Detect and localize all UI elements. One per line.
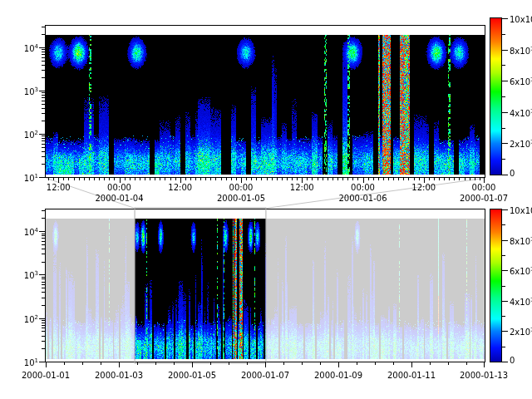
x-tick-time-label: 00:00 [229, 183, 254, 193]
colorbar-tick-label: 4x107 [510, 106, 532, 119]
x-minor-tick [449, 177, 450, 180]
x-tick-time-label: 12:00 [411, 183, 436, 193]
y-tick-label-text: 10 [24, 315, 35, 324]
x-minor-tick [302, 362, 303, 365]
x-tick-time-label: 00:00 [107, 183, 131, 193]
x-minor-tick [109, 177, 110, 180]
x-minor-tick [215, 177, 216, 180]
x-major-tick [484, 362, 485, 367]
x-minor-tick [480, 177, 480, 180]
x-minor-tick [393, 362, 394, 365]
x-minor-tick [398, 177, 399, 180]
x-tick-time-label: 00:00 [472, 183, 496, 193]
colorbar-major-tick [502, 18, 508, 19]
colorbar-tick-label-text: 10x10 [510, 206, 532, 215]
x-minor-tick [448, 362, 449, 365]
x-tick-date-label: 2000-01-09 [314, 371, 362, 381]
x-minor-tick [74, 177, 75, 180]
y-minor-tick [42, 77, 45, 78]
y-minor-tick [42, 282, 45, 283]
colorbar-major-tick [502, 143, 508, 144]
colorbar-major-tick [502, 301, 508, 302]
colorbar-minor-tick [502, 255, 505, 256]
x-minor-tick [283, 362, 284, 365]
x-tick-date-label-text: 2000-01-05 [217, 194, 265, 203]
y-minor-tick [42, 164, 45, 165]
x-minor-tick [272, 177, 273, 180]
y-minor-tick [42, 65, 45, 66]
colorbar-minor-tick [502, 224, 505, 225]
y-minor-tick [42, 235, 45, 236]
x-minor-tick [342, 177, 343, 180]
x-minor-tick [439, 177, 440, 180]
x-minor-tick [282, 177, 283, 180]
x-minor-tick [210, 177, 211, 180]
x-minor-tick [231, 177, 232, 180]
x-tick-time-label-text: 12:00 [290, 183, 314, 192]
x-minor-tick [190, 177, 191, 180]
x-minor-tick [247, 362, 248, 365]
y-major-tick [39, 362, 45, 362]
y-minor-tick [42, 70, 45, 71]
colorbar-tick-label-text: 2x10 [510, 328, 530, 337]
colorbar-major-tick [502, 270, 508, 271]
y-major-tick [39, 231, 45, 232]
x-tick-date-label: 2000-01-03 [95, 371, 143, 381]
y-major-tick [39, 47, 45, 48]
x-minor-tick [466, 362, 467, 365]
y-tick-label-exponent: 3 [35, 270, 38, 277]
x-tick-date-label: 2000-01-01 [22, 371, 70, 381]
y-tick-label-exponent: 1 [35, 357, 38, 364]
y-minor-tick [42, 262, 45, 263]
y-tick-label-exponent: 4 [35, 227, 38, 234]
x-minor-tick [140, 177, 140, 180]
x-minor-tick [170, 177, 171, 180]
colorbar-tick-label: 10x107 [510, 204, 532, 216]
colorbar-tick-label-text: 4x10 [510, 109, 530, 118]
y-minor-tick [42, 298, 45, 298]
y-minor-tick [42, 336, 45, 337]
x-minor-tick [135, 177, 135, 180]
x-minor-tick [454, 177, 455, 180]
x-minor-tick [256, 177, 257, 180]
colorbar-tick-label: 0 [510, 356, 515, 366]
x-minor-tick [328, 177, 328, 180]
x-major-tick [302, 177, 303, 183]
y-minor-tick [42, 54, 45, 55]
y-minor-tick [42, 144, 45, 145]
x-tick-time-label-text: 12:00 [168, 183, 192, 192]
y-minor-tick [42, 244, 45, 245]
x-tick-time-label: 12:00 [290, 183, 314, 193]
x-minor-tick [104, 177, 105, 180]
x-minor-tick [352, 177, 353, 180]
colorbar-tick-label-text: 8x10 [510, 237, 530, 246]
y-minor-tick [42, 61, 45, 62]
x-minor-tick [307, 177, 308, 180]
x-tick-time-label-text: 12:00 [411, 183, 436, 192]
colorbar-tick-label: 6x107 [510, 264, 532, 277]
x-minor-tick [403, 177, 404, 180]
x-tick-date-label-text: 2000-01-07 [460, 194, 508, 203]
y-minor-tick [42, 277, 45, 278]
y-major-tick [39, 134, 45, 135]
x-tick-time-label-text: 00:00 [351, 183, 375, 192]
colorbar-bottom [490, 209, 502, 362]
y-minor-tick [42, 241, 45, 242]
y-tick-label-text: 10 [24, 228, 35, 237]
x-tick-date-label-text: 2000-01-03 [95, 371, 143, 380]
colorbar-gradient [490, 209, 501, 362]
colorbar-major-tick [502, 112, 508, 113]
x-tick-time-label-text: 12:00 [47, 183, 71, 192]
spectrogram-figure: 02x1074x1076x1078x10710x10702x1074x1076x… [0, 0, 532, 399]
colorbar-major-tick [502, 240, 508, 241]
x-minor-tick [160, 177, 160, 180]
y-minor-tick [42, 138, 45, 139]
x-minor-tick [246, 177, 247, 180]
x-minor-tick [357, 362, 357, 365]
x-minor-tick [337, 177, 338, 180]
y-minor-tick [42, 113, 45, 114]
y-tick-label-exponent: 2 [35, 314, 38, 321]
x-major-tick [338, 362, 339, 367]
colorbar-minor-tick [502, 128, 505, 129]
x-minor-tick [165, 177, 165, 180]
